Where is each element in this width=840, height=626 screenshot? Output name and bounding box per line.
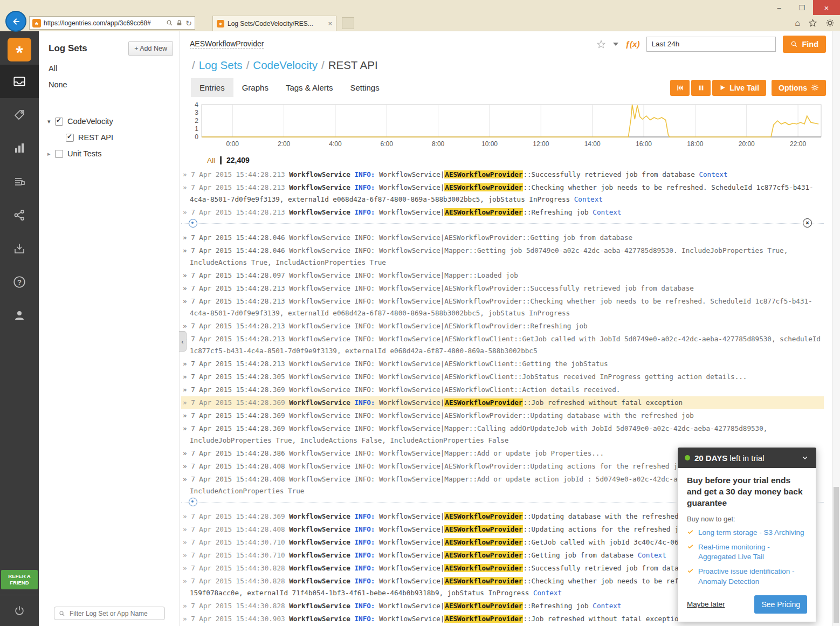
find-button[interactable]: Find	[783, 36, 826, 53]
expand-entry-icon[interactable]: »	[183, 297, 191, 305]
window-close-button[interactable]: ×	[813, 0, 840, 15]
expand-entry-icon[interactable]: »	[183, 512, 191, 520]
context-link[interactable]: Context	[533, 589, 562, 597]
settings-gear-icon[interactable]	[825, 18, 835, 27]
tab-tags-alerts[interactable]: Tags & Alerts	[277, 78, 342, 97]
context-link[interactable]: Context	[638, 551, 666, 559]
see-pricing-button[interactable]: See Pricing	[754, 595, 807, 614]
expand-entry-icon[interactable]: »	[183, 246, 191, 254]
add-new-button[interactable]: + Add New	[128, 41, 173, 56]
sidebar-item-inbox[interactable]	[0, 232, 39, 265]
context-link[interactable]: Context	[699, 170, 727, 178]
maybe-later-link[interactable]: Maybe later	[687, 600, 725, 608]
refresh-icon[interactable]: ↻	[185, 19, 192, 27]
expand-entry-icon[interactable]: »	[183, 208, 191, 216]
unit-tests-checkbox[interactable]	[55, 150, 63, 158]
expand-entry-icon[interactable]: »	[183, 538, 191, 546]
log-entry[interactable]: » 7 Apr 2015 15:44:28.213 WorkflowServic…	[181, 295, 824, 320]
tab-graphs[interactable]: Graphs	[233, 78, 277, 97]
expand-entry-icon[interactable]: »	[183, 577, 191, 585]
home-icon[interactable]: ⌂	[795, 18, 800, 28]
save-query-star-icon[interactable]	[596, 39, 606, 49]
refer-a-friend-badge[interactable]: REFER AFRIEND	[1, 570, 38, 589]
expand-entry-icon[interactable]: »	[183, 525, 191, 533]
breadcrumb-codevelocity[interactable]: CodeVelocity	[253, 59, 318, 71]
expand-entry-icon[interactable]: »	[183, 398, 191, 407]
address-bar[interactable]: * https://logentries.com/app/3c69cc68# ↻	[29, 16, 195, 30]
log-entry[interactable]: » 7 Apr 2015 15:44:28.213 WorkflowServic…	[181, 282, 824, 295]
benefit-link[interactable]: Proactive issue identification - Anomaly…	[698, 567, 807, 586]
time-range-input[interactable]	[646, 37, 776, 52]
collapse-chevron-icon[interactable]	[801, 453, 809, 462]
rest-api-checkbox[interactable]	[66, 134, 74, 142]
expand-entry-icon[interactable]: »	[183, 373, 191, 381]
tab-close-icon[interactable]: ×	[328, 19, 332, 27]
jump-to-start-button[interactable]	[670, 80, 690, 96]
select-none-link[interactable]: None	[39, 77, 180, 93]
log-entry[interactable]: » 7 Apr 2015 15:44:28.213 WorkflowServic…	[181, 181, 824, 206]
panel-collapse-handle[interactable]: ‹	[179, 331, 187, 352]
expand-entry-icon[interactable]: »	[183, 449, 191, 457]
sidebar-item-tags[interactable]	[0, 98, 39, 132]
log-entry[interactable]: » 7 Apr 2015 15:44:28.305 WorkflowServic…	[181, 370, 824, 383]
context-link[interactable]: Context	[593, 602, 621, 610]
sidebar-item-logout[interactable]	[0, 595, 39, 626]
logentries-logo[interactable]: *	[8, 38, 31, 61]
context-target-icon[interactable]	[189, 498, 197, 506]
trial-popup-header[interactable]: 20 DAYS left in trial	[678, 448, 816, 468]
tree-item-unit-tests[interactable]: ▸ Unit Tests	[39, 146, 180, 162]
expand-entry-icon[interactable]: »	[183, 284, 191, 292]
tree-item-codevelocity[interactable]: ▾ CodeVelocity	[39, 113, 180, 129]
breadcrumb-logsets[interactable]: Log Sets	[199, 59, 243, 71]
expand-entry-icon[interactable]: »	[183, 322, 191, 330]
window-maximize-button[interactable]: ❒	[790, 0, 813, 15]
tree-item-rest-api[interactable]: REST API	[39, 129, 180, 146]
select-all-link[interactable]: All	[39, 60, 180, 77]
search-query[interactable]: AESWorkflowProvider	[190, 39, 264, 49]
new-tab-button[interactable]	[342, 17, 354, 29]
browser-back-button[interactable]	[5, 11, 26, 32]
context-link[interactable]: Context	[593, 208, 621, 216]
options-button[interactable]: Options	[772, 80, 826, 96]
codevelocity-checkbox[interactable]	[55, 118, 63, 126]
sidebar-item-logsets[interactable]	[0, 65, 39, 98]
saved-queries-dropdown-icon[interactable]	[613, 43, 618, 49]
expand-entry-icon[interactable]: »	[183, 386, 191, 394]
close-context-icon[interactable]: ×	[803, 218, 812, 228]
expand-entry-icon[interactable]: »	[183, 602, 191, 610]
log-entry[interactable]: » 7 Apr 2015 15:44:28.369 WorkflowServic…	[181, 409, 824, 422]
expand-entry-icon[interactable]: »	[183, 233, 191, 242]
log-entry[interactable]: » 7 Apr 2015 15:44:28.097 WorkflowServic…	[181, 269, 824, 282]
logset-filter[interactable]	[54, 607, 165, 620]
expand-entry-icon[interactable]: »	[183, 615, 191, 623]
sidebar-item-livetail[interactable]	[0, 165, 39, 198]
sidebar-item-share[interactable]	[0, 198, 39, 232]
sidebar-item-dashboards[interactable]	[0, 132, 39, 165]
context-link[interactable]: Context	[574, 195, 603, 203]
log-entry[interactable]: » 7 Apr 2015 15:44:28.213 WorkflowServic…	[181, 168, 824, 181]
log-entry[interactable]: » 7 Apr 2015 15:44:28.213 WorkflowServic…	[181, 333, 824, 357]
tab-entries[interactable]: Entries	[191, 78, 233, 97]
expand-entry-icon[interactable]: »	[183, 170, 191, 178]
benefit-link[interactable]: Long term storage - S3 Archiving	[698, 528, 804, 538]
sidebar-item-account[interactable]	[0, 299, 39, 332]
favorites-star-icon[interactable]	[808, 18, 817, 27]
expand-entry-icon[interactable]: »	[183, 564, 191, 572]
expand-caret-icon[interactable]: ▾	[47, 118, 55, 125]
expand-entry-icon[interactable]: »	[183, 360, 191, 368]
window-minimize-button[interactable]: –	[768, 0, 790, 15]
expand-entry-icon[interactable]: »	[183, 183, 191, 191]
log-entry[interactable]: » 7 Apr 2015 15:44:28.213 WorkflowServic…	[181, 206, 824, 219]
collapsed-caret-icon[interactable]: ▸	[47, 150, 55, 157]
function-fx-button[interactable]: ƒ(x)	[625, 39, 640, 49]
log-entry[interactable]: » 7 Apr 2015 15:44:28.369 WorkflowServic…	[181, 383, 824, 396]
benefit-link[interactable]: Real-time monitoring - Aggregated Live T…	[698, 542, 807, 562]
entries-timeline-chart[interactable]: 0:002:004:006:008:0010:0012:0014:0016:00…	[180, 97, 840, 151]
expand-entry-icon[interactable]: »	[183, 462, 191, 470]
log-entry[interactable]: » 7 Apr 2015 15:44:28.369 WorkflowServic…	[181, 396, 824, 409]
scrollbar-thumb[interactable]	[834, 487, 839, 623]
expand-entry-icon[interactable]: »	[183, 475, 191, 483]
sidebar-item-help[interactable]: ?	[0, 265, 39, 299]
filter-input[interactable]	[68, 609, 160, 618]
vertical-scrollbar[interactable]	[832, 31, 840, 626]
